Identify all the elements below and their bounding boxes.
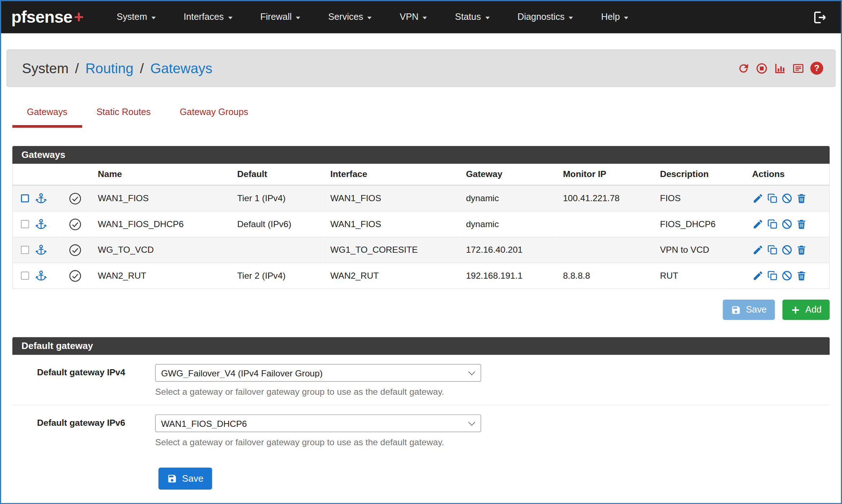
default-gateway-ipv6-select[interactable]: WAN1_FIOS_DHCP6 <box>155 415 481 432</box>
gateway-row: WAN2_RUT Tier 2 (IPv4) WAN2_RUT 192.168.… <box>13 263 829 288</box>
column-header-default: Default <box>230 164 323 185</box>
save-gateways-button[interactable]: Save <box>723 300 775 320</box>
delete-icon[interactable] <box>795 270 807 281</box>
gateway-description: VPN to VCD <box>653 237 745 262</box>
plus-icon <box>790 305 801 315</box>
delete-icon[interactable] <box>795 218 807 230</box>
gateway-interface: WAN1_FIOS <box>323 211 459 237</box>
stop-monitoring-icon[interactable] <box>755 62 768 74</box>
gateway-default: Tier 2 (IPv4) <box>230 263 323 288</box>
gateway-monitor-ip: 100.41.221.78 <box>556 185 653 211</box>
form-row-ipv6: Default gateway IPv6 WAN1_FIOS_DHCP6 Sel… <box>12 405 830 455</box>
delete-icon[interactable] <box>795 244 807 256</box>
nav-item-label: VPN <box>400 12 418 23</box>
gateway-row: WG_TO_VCD WG1_TO_CORESITE 172.16.40.201 … <box>13 237 829 262</box>
tab-gateway-groups[interactable]: Gateway Groups <box>165 101 263 128</box>
gateway-default: Tier 1 (IPv4) <box>230 185 323 211</box>
disable-icon[interactable] <box>781 218 792 230</box>
chevron-down-icon <box>228 16 232 19</box>
default-gateway-panel-title: Default gateway <box>22 340 93 352</box>
sign-out-icon[interactable] <box>812 9 828 25</box>
refresh-icon[interactable] <box>737 62 750 74</box>
save-floppy-icon <box>731 305 741 315</box>
pfsense-logo[interactable]: pfsense+ <box>11 8 83 27</box>
column-header-actions: Actions <box>745 164 829 185</box>
chevron-down-icon <box>151 16 156 19</box>
default-gateway-ipv6-label: Default gateway IPv6 <box>12 415 155 447</box>
breadcrumb-separator: / <box>75 60 79 76</box>
copy-icon[interactable] <box>767 270 778 281</box>
row-actions <box>752 244 829 256</box>
gateway-monitor-ip <box>556 237 653 262</box>
gateway-name: WAN2_RUT <box>91 263 230 288</box>
nav-item-label: Firewall <box>260 12 292 23</box>
brand-sense: sense <box>26 8 72 27</box>
copy-icon[interactable] <box>767 193 778 204</box>
table-header-row: Name Default Interface Gateway Monitor I… <box>13 164 829 185</box>
status-chart-icon[interactable] <box>774 62 786 74</box>
copy-icon[interactable] <box>767 244 778 256</box>
help-icon[interactable]: ? <box>810 62 823 75</box>
column-header-name: Name <box>91 164 230 185</box>
gateway-name: WG_TO_VCD <box>91 237 230 262</box>
anchor-icon <box>35 192 47 204</box>
nav-item-vpn[interactable]: VPN <box>386 1 441 33</box>
nav-item-help[interactable]: Help <box>587 1 642 33</box>
gateway-row: WAN1_FIOS_DHCP6 Default (IPv6) WAN1_FIOS… <box>13 211 829 237</box>
gateway-monitor-ip <box>556 211 653 237</box>
breadcrumb-actions: ? <box>737 62 823 75</box>
disable-icon[interactable] <box>781 244 792 256</box>
column-header-monitor-ip: Monitor IP <box>556 164 653 185</box>
chevron-down-icon <box>423 16 427 19</box>
row-select-checkbox[interactable] <box>21 246 29 254</box>
breadcrumb-routing-link[interactable]: Routing <box>85 60 133 76</box>
gateway-interface: WAN1_FIOS <box>323 185 459 211</box>
save-default-gateway-button[interactable]: Save <box>158 468 212 490</box>
anchor-icon <box>35 244 47 256</box>
tab-gateways[interactable]: Gateways <box>12 101 82 128</box>
nav-item-label: Services <box>328 12 363 23</box>
gateway-name: WAN1_FIOS <box>91 185 230 211</box>
nav-item-services[interactable]: Services <box>314 1 385 33</box>
add-gateway-button[interactable]: Add <box>782 300 829 320</box>
nav-item-firewall[interactable]: Firewall <box>246 1 314 33</box>
default-gateway-ipv4-label: Default gateway IPv4 <box>12 364 155 397</box>
gateway-description: FIOS_DHCP6 <box>653 211 745 237</box>
gateway-name: WAN1_FIOS_DHCP6 <box>91 211 230 237</box>
disable-icon[interactable] <box>781 270 792 281</box>
tab-static-routes[interactable]: Static Routes <box>82 101 165 128</box>
breadcrumb: System / Routing / Gateways <box>22 60 212 76</box>
chevron-down-icon <box>367 16 372 19</box>
view-log-icon[interactable] <box>792 62 804 74</box>
default-gateway-ipv6-help: Select a gateway or failover gateway gro… <box>155 437 829 447</box>
nav-item-system[interactable]: System <box>103 1 170 33</box>
nav-item-interfaces[interactable]: Interfaces <box>170 1 246 33</box>
gateway-default: Default (IPv6) <box>230 211 323 237</box>
nav-item-diagnostics[interactable]: Diagnostics <box>503 1 587 33</box>
row-select-checkbox[interactable] <box>21 220 29 228</box>
delete-icon[interactable] <box>795 193 807 204</box>
column-header-status <box>60 164 91 185</box>
gateways-panel-header: Gateways <box>12 146 830 164</box>
default-gateway-ipv4-select[interactable]: GWG_Failover_V4 (IPv4 Failover Group) <box>155 364 481 382</box>
gateway-row: WAN1_FIOS Tier 1 (IPv4) WAN1_FIOS dynami… <box>13 185 829 211</box>
gateway-interface: WAN2_RUT <box>323 263 459 288</box>
main-menu: System Interfaces Firewall Services VPN … <box>103 1 643 33</box>
row-select-checkbox[interactable] <box>21 194 29 202</box>
edit-icon[interactable] <box>752 218 763 230</box>
edit-icon[interactable] <box>752 244 763 256</box>
status-check-circle-icon <box>69 192 82 205</box>
row-select-checkbox[interactable] <box>21 272 29 280</box>
copy-icon[interactable] <box>767 218 778 230</box>
gateway-monitor-ip: 8.8.8.8 <box>556 263 653 288</box>
disable-icon[interactable] <box>781 193 792 204</box>
gateway-interface: WG1_TO_CORESITE <box>323 237 459 262</box>
row-actions <box>752 218 829 230</box>
edit-icon[interactable] <box>752 193 763 204</box>
chevron-down-icon <box>296 16 300 19</box>
breadcrumb-gateways-link[interactable]: Gateways <box>150 60 212 76</box>
edit-icon[interactable] <box>752 270 763 281</box>
save-floppy-icon <box>167 473 177 483</box>
nav-item-status[interactable]: Status <box>441 1 503 33</box>
gateway-default <box>230 237 323 262</box>
